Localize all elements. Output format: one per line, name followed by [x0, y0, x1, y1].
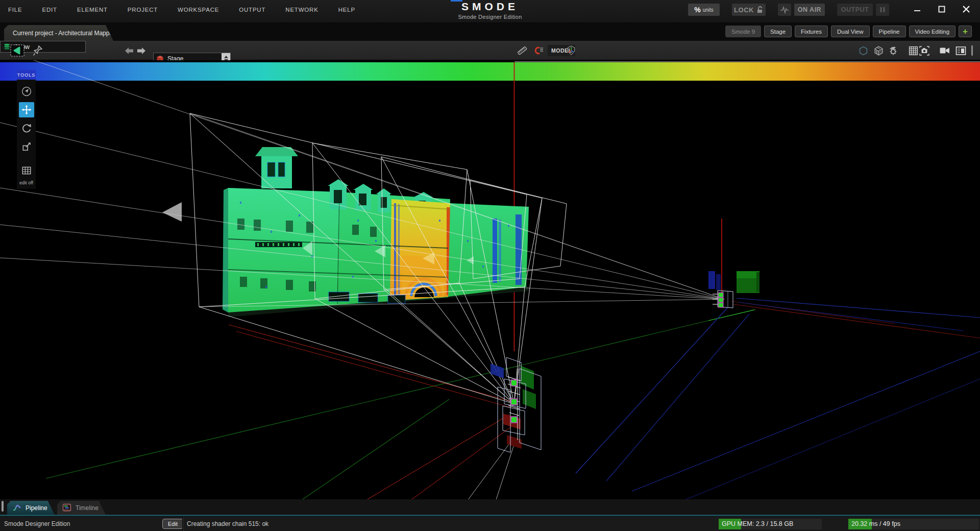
- rotate-tool-icon: [21, 123, 32, 133]
- app-logo: SMODE Smode Designer Edition: [0, 0, 980, 20]
- units-toggle-button[interactable]: % units: [688, 4, 720, 16]
- scale-tool-icon: [21, 141, 32, 152]
- logo-subtitle: Smode Designer Edition: [0, 14, 980, 20]
- tab-timeline[interactable]: Timeline: [57, 501, 106, 515]
- camera-icon: [919, 46, 929, 56]
- gizmo-space-button[interactable]: [566, 45, 577, 56]
- lock-button[interactable]: LOCK: [732, 4, 766, 16]
- edit-mode-badge[interactable]: Edit: [162, 519, 183, 529]
- viewport-mode-button[interactable]: [10, 44, 24, 57]
- project-tab-bar: Current project - Architectural Mapping …: [0, 23, 980, 41]
- snap-magnet-button[interactable]: [533, 45, 544, 56]
- layout-icon: [955, 46, 966, 56]
- workspace-dual-view-button[interactable]: Dual View: [831, 26, 870, 37]
- close-icon: [962, 5, 970, 13]
- projector-stack[interactable]: [491, 357, 541, 452]
- world-axis-line: [514, 62, 722, 351]
- workspace-pipeline-button[interactable]: Pipeline: [873, 26, 906, 37]
- status-app-name: Smode Designer Edition: [4, 517, 70, 531]
- window-maximize-button[interactable]: [934, 3, 949, 15]
- viewport-mode-icon: [10, 44, 24, 57]
- pipeline-tab-label: Pipeline: [26, 504, 47, 512]
- back-arrow-icon: [125, 47, 134, 55]
- status-separator: [182, 517, 183, 531]
- geometry-display-button[interactable]: [873, 45, 884, 56]
- status-bar: Smode Designer Edition Edit Creating sha…: [0, 516, 980, 531]
- add-workspace-button[interactable]: +: [959, 26, 972, 37]
- workspace-fixtures-button[interactable]: Fixtures: [795, 26, 828, 37]
- tab-pipeline[interactable]: Pipeline: [7, 501, 55, 515]
- video-camera-icon: [939, 46, 950, 55]
- right-projector-group[interactable]: [708, 271, 760, 308]
- camera-view-button[interactable]: [939, 45, 950, 56]
- navigate-tool-button[interactable]: [19, 84, 34, 99]
- waveform-icon: [780, 6, 789, 14]
- forward-arrow-icon: [137, 47, 146, 55]
- frame-time-meter: 20.32 ms / 49 fps: [848, 519, 979, 529]
- grid-edit-state-label: edit off: [19, 180, 33, 185]
- measure-tool-button[interactable]: [517, 45, 528, 56]
- building-facade-model: [223, 147, 529, 317]
- status-message: Creating shader chain 515: ok: [187, 517, 268, 531]
- timeline-tab-label: Timeline: [76, 504, 99, 512]
- title-bar: FILE EDIT ELEMENT PROJECT WORKSPACE OUTP…: [0, 0, 980, 23]
- pause-icon: [879, 7, 886, 13]
- workspace-video-editing-button[interactable]: Video Editing: [909, 26, 956, 37]
- navigate-compass-icon: [21, 86, 32, 96]
- grid-display-button[interactable]: [908, 45, 919, 56]
- panel-resize-handle[interactable]: [2, 501, 4, 512]
- hexagon-icon: [859, 46, 868, 56]
- screenshot-button[interactable]: [919, 45, 930, 56]
- pin-icon: [33, 45, 43, 56]
- scene-canvas: [0, 60, 980, 499]
- pipeline-icon: [12, 503, 21, 513]
- unlock-icon: [756, 6, 764, 14]
- history-forward-button[interactable]: [137, 44, 146, 57]
- toolbar-resize-handle[interactable]: [971, 45, 973, 56]
- history-back-button[interactable]: [125, 44, 134, 57]
- projector-selection-markers[interactable]: [511, 380, 517, 423]
- pin-view-button[interactable]: [33, 44, 43, 57]
- gear-shape-icon: [888, 45, 899, 56]
- axis-gizmo-icon: [566, 45, 576, 56]
- gpu-memory-text: GPU MEM: 2.3 / 15.8 GB: [722, 519, 793, 529]
- gpu-memory-meter: GPU MEM: 2.3 / 15.8 GB: [719, 519, 822, 529]
- project-tab-label: Current project - Architectural Mapping: [13, 30, 117, 37]
- grid-edit-icon: [21, 166, 32, 175]
- scale-tool-button[interactable]: [19, 139, 34, 154]
- frame-time-text: 20.32 ms / 49 fps: [851, 519, 900, 529]
- right-projector-selection-markers[interactable]: [718, 293, 723, 307]
- gradient-color-bar: [0, 61, 980, 81]
- stage-3d-viewport[interactable]: TOOLS: [0, 60, 980, 499]
- logo-text: SMODE: [0, 1, 980, 12]
- tab-current-project[interactable]: Current project - Architectural Mapping: [4, 25, 113, 41]
- lock-label: LOCK: [734, 6, 754, 14]
- window-minimize-button[interactable]: [910, 3, 925, 15]
- performance-monitor-button[interactable]: [778, 4, 791, 16]
- workspace-stage-button[interactable]: Stage: [764, 26, 792, 37]
- wireframe-display-button[interactable]: [857, 45, 869, 56]
- percent-icon: %: [694, 6, 700, 14]
- workspace-smode9-button[interactable]: Smode 9: [725, 26, 761, 37]
- output-label: OUTPUT: [841, 6, 869, 13]
- bottom-panel-tab-bar: Pipeline Timeline: [0, 499, 980, 516]
- layout-panels-button[interactable]: [955, 45, 966, 56]
- tools-panel: TOOLS: [17, 70, 36, 189]
- render-settings-button[interactable]: [888, 45, 899, 56]
- window-close-button[interactable]: [959, 3, 974, 15]
- rotate-tool-button[interactable]: [19, 120, 34, 136]
- pause-button[interactable]: [876, 4, 889, 16]
- grid-edit-tool-button[interactable]: [19, 163, 34, 178]
- on-air-label: ON AIR: [798, 6, 821, 13]
- logo-accent-dash: [451, 0, 462, 2]
- workspace-buttons: Smode 9 Stage Fixtures Dual View Pipelin…: [725, 26, 972, 37]
- output-button[interactable]: OUTPUT: [837, 4, 873, 16]
- move-tool-button[interactable]: [19, 102, 34, 117]
- ruler-icon: [517, 44, 528, 57]
- tools-panel-title: TOOLS: [17, 70, 36, 80]
- on-air-button[interactable]: ON AIR: [794, 4, 825, 16]
- maximize-icon: [938, 6, 945, 13]
- grid-icon: [909, 46, 918, 56]
- units-label: units: [703, 7, 714, 13]
- main-toolbar: Show Stage: [0, 41, 980, 60]
